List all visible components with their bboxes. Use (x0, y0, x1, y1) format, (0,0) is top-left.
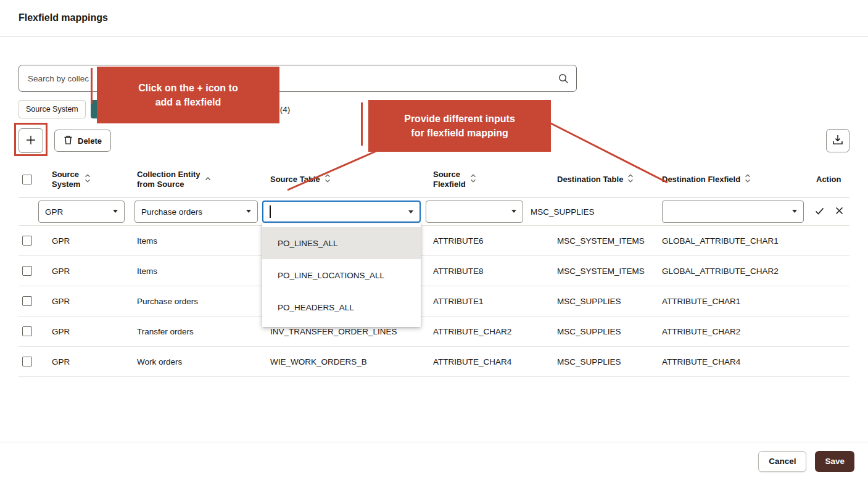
dropdown-option[interactable]: PO_LINE_LOCATIONS_ALL (262, 259, 421, 291)
cancel-button[interactable]: Cancel (758, 451, 806, 472)
table-row: GPR Items ATTRIBUTE8 MSC_SYSTEM_ITEMS GL… (19, 256, 849, 286)
column-header-source-flexfield[interactable]: SourceFlexfield (429, 170, 553, 190)
cell-source-flexfield: ATTRIBUTE_CHAR4 (429, 357, 553, 366)
table-header-row: SourceSystem Collection Entityfrom Sourc… (19, 162, 849, 198)
table-row: GPR Items ATTRIBUTE6 MSC_SYSTEM_ITEMS GL… (19, 226, 849, 256)
search-icon[interactable] (558, 73, 569, 84)
cell-source-system: GPR (48, 357, 133, 366)
edit-destination-table-value: MSC_SUPPLIES (531, 207, 595, 217)
cell-destination-table: MSC_SUPPLIES (553, 297, 658, 306)
edit-destination-flexfield-select[interactable] (662, 201, 804, 223)
cancel-edit-button[interactable] (835, 207, 843, 217)
cell-source-table: WIE_WORK_ORDERS_B (267, 357, 429, 366)
cell-collection-entity: Work orders (133, 357, 267, 366)
cell-source-flexfield: ATTRIBUTE_CHAR2 (429, 327, 553, 336)
cell-destination-flexfield: GLOBAL_ATTRIBUTE_CHAR2 (658, 267, 812, 276)
confirm-edit-button[interactable] (814, 206, 825, 218)
cell-source-system: GPR (48, 267, 133, 276)
column-header-source-table[interactable]: Source Table (267, 173, 429, 186)
chevron-down-icon (792, 210, 797, 213)
filter-result-count: (4) (280, 105, 291, 114)
cell-destination-table: MSC_SUPPLIES (553, 357, 658, 366)
sort-icon[interactable] (745, 173, 751, 186)
column-header-collection-entity[interactable]: Collection Entityfrom Source (133, 170, 267, 190)
footer-bar: Cancel Save (0, 442, 868, 480)
download-icon (832, 134, 843, 147)
filter-chip-label: Source System (26, 105, 78, 114)
edit-source-table-select[interactable] (262, 201, 421, 223)
cell-source-flexfield: ATTRIBUTE8 (429, 267, 553, 276)
cell-collection-entity: Transfer orders (133, 327, 267, 336)
table-row: GPR Purchase orders ATTRIBUTE1 MSC_SUPPL… (19, 286, 849, 317)
sort-icon[interactable] (85, 173, 91, 186)
cell-source-system: GPR (48, 236, 133, 246)
row-checkbox[interactable] (22, 296, 32, 306)
sort-icon[interactable] (324, 173, 331, 186)
cell-collection-entity: Purchase orders (133, 297, 267, 306)
flexfield-mappings-table: SourceSystem Collection Entityfrom Sourc… (19, 162, 849, 377)
save-button[interactable]: Save (815, 451, 854, 472)
cell-destination-flexfield: GLOBAL_ATTRIBUTE_CHAR1 (658, 236, 812, 246)
sort-asc-icon[interactable] (205, 175, 211, 184)
row-checkbox[interactable] (22, 357, 32, 366)
page-header: Flexfield mappings (0, 0, 868, 37)
cell-source-flexfield: ATTRIBUTE1 (429, 297, 553, 306)
filter-chip-source-system[interactable]: Source System (19, 100, 86, 118)
sort-icon[interactable] (470, 173, 476, 186)
download-button[interactable] (826, 129, 849, 152)
dropdown-option[interactable]: PO_HEADERS_ALL (262, 291, 421, 323)
row-checkbox[interactable] (22, 266, 32, 276)
column-header-destination-table[interactable]: Destination Table (553, 173, 658, 186)
trash-icon (64, 135, 73, 147)
table-row: GPR Transfer orders INV_TRANSFER_ORDER_L… (19, 317, 849, 347)
edit-source-system-select[interactable]: GPR (38, 201, 125, 223)
table-row: GPR Work orders WIE_WORK_ORDERS_B ATTRIB… (19, 347, 849, 377)
checkmark-icon (814, 206, 825, 218)
text-caret (270, 205, 271, 218)
chevron-down-icon (113, 210, 118, 213)
cell-destination-table: MSC_SUPPLIES (553, 327, 658, 336)
cell-destination-table: MSC_SYSTEM_ITEMS (553, 267, 658, 276)
dropdown-option[interactable]: PO_LINES_ALL (262, 227, 421, 259)
cell-collection-entity: Items (133, 267, 267, 276)
flexfield-mappings-page: Flexfield mappings Source System (4) (0, 0, 868, 480)
chevron-down-icon (246, 210, 251, 213)
callout-provide-inputs: Provide different inputs for flexfield m… (368, 100, 551, 152)
source-table-dropdown: PO_LINES_ALL PO_LINE_LOCATIONS_ALL PO_HE… (262, 223, 421, 327)
cell-destination-flexfield: ATTRIBUTE_CHAR2 (658, 327, 812, 336)
page-title: Flexfield mappings (19, 12, 849, 23)
delete-button[interactable]: Delete (54, 130, 111, 152)
chevron-down-icon (511, 210, 516, 213)
cell-destination-flexfield: ATTRIBUTE_CHAR1 (658, 297, 812, 306)
edit-row: GPR Purchase orders (19, 198, 849, 226)
column-header-source-system[interactable]: SourceSystem (48, 170, 133, 190)
row-checkbox[interactable] (22, 236, 32, 246)
sort-icon[interactable] (627, 173, 634, 186)
cell-destination-flexfield: ATTRIBUTE_CHAR4 (658, 357, 812, 366)
cell-source-system: GPR (48, 297, 133, 306)
cell-source-flexfield: ATTRIBUTE6 (429, 236, 553, 246)
column-header-destination-flexfield[interactable]: Destination Flexfield (658, 173, 812, 186)
row-checkbox[interactable] (22, 326, 32, 336)
select-all-checkbox[interactable] (22, 175, 32, 184)
edit-source-flexfield-select[interactable] (426, 201, 523, 223)
cell-source-system: GPR (48, 327, 133, 336)
cell-destination-table: MSC_SYSTEM_ITEMS (553, 236, 658, 246)
chevron-down-icon (408, 210, 413, 213)
cell-source-table: INV_TRANSFER_ORDER_LINES (267, 327, 429, 336)
callout-add-flexfield: Click on the + icon to add a flexfield (97, 67, 279, 123)
cell-collection-entity: Items (133, 236, 267, 246)
edit-collection-entity-select[interactable]: Purchase orders (134, 201, 258, 223)
plus-button-highlight-rect (14, 123, 48, 156)
close-icon (835, 207, 843, 217)
select-all-cell (19, 175, 48, 184)
delete-button-label: Delete (78, 136, 102, 146)
column-header-action: Action (812, 175, 849, 184)
